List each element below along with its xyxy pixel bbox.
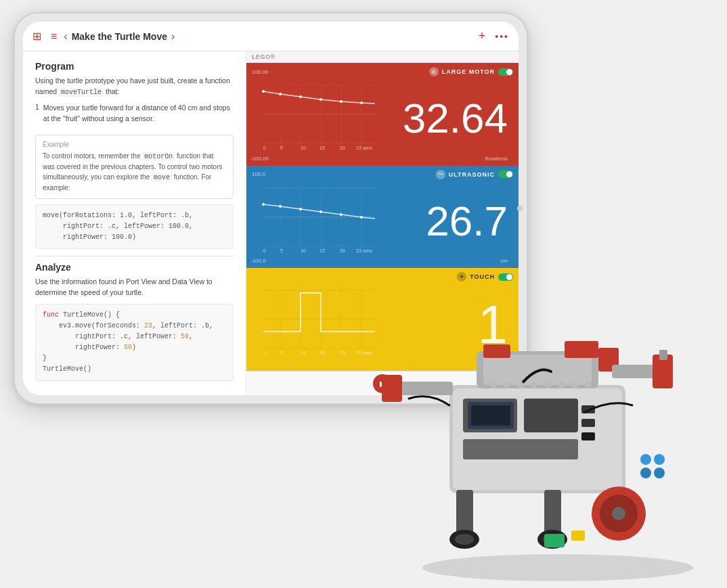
nav-title: Make the Turtle Move (72, 31, 167, 42)
motor-toggle[interactable] (498, 68, 513, 76)
code-block-2: func TurtleMove() { ev3.move(forSeconds:… (35, 304, 234, 381)
us-dot-5 (340, 213, 343, 216)
svg-text:10: 10 (301, 248, 306, 252)
example-box: Example To control motors, remember the … (35, 135, 234, 199)
inline-code-moveturtle: moveTurtle (59, 88, 104, 97)
svg-text:5: 5 (280, 145, 283, 150)
right-panel: LEGO® 100.00 ⚙ LARGE MOTOR (246, 51, 519, 395)
inline-code-motoron: motorOn (142, 152, 175, 161)
ultrasonic-graph-svg: 0 5 10 15 20 23 secs (246, 181, 378, 254)
touch-graph-svg: 0 5 10 15 20 25 secs (246, 283, 378, 356)
sensor-panel-motor: 100.00 ⚙ LARGE MOTOR (246, 63, 519, 166)
svg-text:0: 0 (263, 248, 266, 252)
motor-graph-svg: 0 5 10 15 20 23 secs (246, 78, 378, 151)
left-panel: Program Using the turtle prototype you h… (23, 51, 246, 395)
robot-port-2 (581, 419, 595, 427)
nav-back-button[interactable]: ‹ (64, 30, 67, 43)
robot-panel-3 (463, 439, 578, 459)
ultrasonic-top-value: 100.0 (252, 171, 265, 177)
us-dot-1 (262, 203, 265, 206)
svg-text:15: 15 (320, 145, 325, 150)
svg-text:23 secs: 23 secs (356, 145, 373, 150)
touch-plus-icon: + (457, 272, 466, 281)
play-icon: ▶ (380, 379, 386, 388)
bottom-bar: ▶ (246, 371, 519, 395)
nav-forward-button[interactable]: › (171, 30, 175, 43)
ultrasonic-toggle[interactable] (498, 171, 513, 178)
svg-text:15: 15 (320, 248, 325, 252)
robot-blue-conn-3 (640, 468, 651, 478)
tablet-screen: ‹ Make the Turtle Move › + ••• Program U… (23, 22, 519, 395)
divider (35, 256, 234, 256)
inline-code-move: move (152, 173, 172, 182)
ultrasonic-unit: cm (500, 258, 508, 264)
play-button[interactable]: ▶ (373, 374, 392, 393)
us-dot-2 (279, 205, 282, 208)
program-section-title: Program (35, 61, 234, 72)
robot-rear-wheel (592, 487, 646, 541)
robot-wheel-fr-inner (543, 534, 562, 545)
motor-label: LARGE MOTOR (442, 68, 495, 75)
more-options-button[interactable]: ••• (495, 31, 509, 42)
grid-view-icon[interactable] (32, 30, 41, 43)
code-rightport: rightPort: .c, leftPower: (43, 333, 181, 340)
robot-screen-inner (471, 405, 510, 426)
add-button[interactable]: + (479, 29, 486, 43)
ultrasonic-graph-container: 0 5 10 15 20 23 secs (246, 181, 378, 254)
robot-blue-conn-2 (654, 454, 665, 465)
main-content: Program Using the turtle prototype you h… (23, 51, 519, 395)
code-func-name: TurtleMove() { (59, 311, 120, 319)
robot-stud-8 (585, 382, 592, 388)
svg-text:5: 5 (280, 350, 283, 355)
robot-blue-conn-1 (640, 454, 651, 465)
example-text: To control motors, remember the motorOn … (43, 151, 226, 193)
ultrasonic-toggle-dot (506, 171, 512, 177)
robot-wheel-fl-inner (455, 534, 474, 545)
robot-stud-7 (571, 382, 578, 388)
robot-red-claw (653, 355, 673, 388)
motor-graph-container: 0 5 10 15 20 23 secs (246, 78, 378, 151)
sensor-panels: 100.00 ⚙ LARGE MOTOR (246, 63, 519, 371)
list-view-icon[interactable] (51, 30, 57, 43)
ultrasonic-wave-icon: 〜 (436, 170, 445, 179)
svg-text:5: 5 (280, 248, 283, 252)
motor-unit: Rotations (485, 156, 508, 162)
screen-content: ‹ Make the Turtle Move › + ••• Program U… (23, 22, 519, 395)
robot-rear-hub (612, 507, 625, 520)
nav-breadcrumb: ‹ Make the Turtle Move › (64, 30, 478, 43)
touch-toggle-dot (506, 274, 512, 280)
robot-wire-2 (585, 403, 632, 412)
step-1-text: Moves your turtle forward for a distance… (43, 103, 234, 125)
step-1: 1 Moves your turtle forward for a distan… (35, 103, 234, 130)
code-val-leftpower: 50 (181, 333, 189, 340)
svg-text:0: 0 (263, 350, 266, 355)
motor-dot-2 (279, 93, 282, 95)
robot-screen (468, 402, 514, 429)
robot-wheel-fl (449, 530, 479, 549)
motor-label-area: ⚙ LARGE MOTOR (429, 67, 513, 76)
robot-port-1 (581, 405, 595, 413)
robot-panel-2 (524, 399, 578, 432)
svg-text:0: 0 (263, 145, 266, 150)
code-block-1: move(forRotations: 1.0, leftPort: .b, ri… (35, 204, 234, 249)
touch-value: 1 (478, 298, 508, 352)
tablet-camera (517, 206, 523, 211)
touch-graph-container: 0 5 10 15 20 25 secs (246, 283, 378, 356)
step-1-num: 1 (35, 103, 39, 130)
robot-stud-4 (531, 382, 537, 388)
tablet: ‹ Make the Turtle Move › + ••• Program U… (14, 12, 528, 405)
robot-yellow-piece (571, 530, 585, 541)
code-val-seconds: 23 (144, 322, 152, 330)
robot-shadow (422, 554, 693, 581)
robot-wheel-fr (537, 530, 567, 549)
code-comma1: , (189, 333, 193, 340)
sensor-panel-ultrasonic: 100.0 〜 ULTRASONIC (246, 166, 519, 269)
motor-bottom-value: -100.00 (250, 156, 269, 162)
touch-toggle[interactable] (498, 273, 513, 281)
motor-value: 32.64 (403, 97, 508, 139)
motor-panel-header: 100.00 ⚙ LARGE MOTOR (246, 67, 519, 76)
svg-text:23 secs: 23 secs (356, 248, 373, 252)
motor-dot-1 (262, 90, 265, 93)
svg-text:25 secs: 25 secs (356, 350, 373, 355)
touch-label: TOUCH (470, 273, 495, 280)
